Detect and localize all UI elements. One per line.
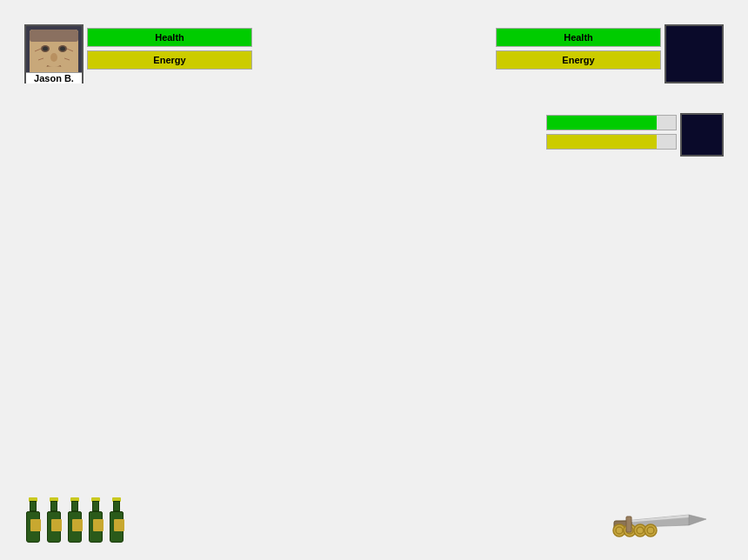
health-label-left: Health <box>155 32 184 43</box>
bottle-label <box>93 519 104 531</box>
svg-point-6 <box>50 53 57 62</box>
bottle-1 <box>24 497 42 543</box>
bottle-neck <box>50 501 57 511</box>
player-hud-right: Health Energy <box>496 24 724 83</box>
energy-bar-left: Energy <box>87 50 252 70</box>
energy-bar-right: Energy <box>496 50 661 70</box>
bottle-label <box>72 519 83 531</box>
energy-label-right: Energy <box>562 55 594 65</box>
svg-point-4 <box>43 47 48 51</box>
energy-label-left: Energy <box>153 55 185 65</box>
health-label-right: Health <box>564 32 593 43</box>
enemy2-health-fill <box>547 116 657 130</box>
bottle-body <box>110 511 124 543</box>
player-hud-left: Jason B. Health Energy <box>24 24 252 83</box>
bottles-container <box>24 497 125 543</box>
health-bar-right: Health <box>496 28 661 47</box>
bottle-label <box>114 519 124 531</box>
bottle-4 <box>87 497 104 543</box>
avatar-dark <box>666 26 722 82</box>
enemy2-energy-fill <box>547 135 657 149</box>
bottle-label <box>30 519 41 531</box>
bottle-neck <box>30 501 37 511</box>
bottle-body <box>89 511 103 543</box>
bottle-body <box>68 511 82 543</box>
player-bars-left: Health Energy <box>87 24 252 70</box>
weapon-container <box>611 497 724 544</box>
player-name-left: Jason B. <box>26 72 82 83</box>
health-bar-left: Health <box>87 28 252 47</box>
svg-marker-14 <box>689 515 706 525</box>
enemy-hud-2 <box>546 113 724 157</box>
enemy2-health-bar <box>546 115 677 130</box>
brass-knuckle-knife-icon <box>611 497 724 541</box>
player-avatar-left: Jason B. <box>24 24 83 83</box>
player-avatar-right <box>665 24 724 83</box>
bottle-5 <box>108 497 125 543</box>
bottle-neck <box>71 501 78 511</box>
player-bars-right: Health Energy <box>496 24 661 70</box>
bottle-neck <box>113 501 120 511</box>
svg-rect-1 <box>30 30 78 42</box>
svg-rect-24 <box>626 517 631 532</box>
enemy-bars-2 <box>546 113 677 150</box>
player-face <box>30 30 78 78</box>
bottle-3 <box>66 497 83 543</box>
enemy2-energy-bar <box>546 134 677 150</box>
bottle-2 <box>45 497 63 543</box>
bottle-label <box>51 519 62 531</box>
svg-point-22 <box>644 524 657 537</box>
svg-point-5 <box>60 47 65 51</box>
bottle-body <box>47 511 61 543</box>
bottle-neck <box>92 501 99 511</box>
enemy2-avatar <box>680 113 724 157</box>
bottle-body <box>26 511 40 543</box>
